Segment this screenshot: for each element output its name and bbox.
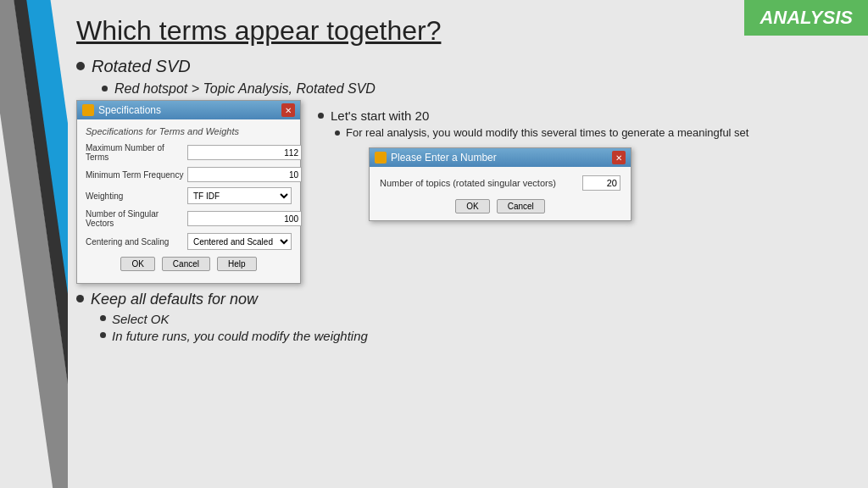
bullet-dot-select-ok — [100, 315, 106, 321]
number-input[interactable] — [582, 175, 620, 191]
right-text-area: Let's start with 20 For real analysis, y… — [318, 100, 843, 221]
bullet-future-runs: In future runs, you could modify the wei… — [100, 329, 843, 343]
field-min-freq: Minimum Term Frequency — [86, 167, 292, 182]
number-close-btn[interactable]: ✕ — [612, 151, 626, 164]
field-max-terms: Maximum Number of Terms — [86, 143, 292, 162]
number-footer: OK Cancel — [380, 199, 620, 214]
analysis-badge: ANALYSIS — [744, 0, 868, 36]
number-cancel-btn[interactable]: Cancel — [497, 199, 545, 214]
bullet-dot-1-1 — [102, 86, 108, 92]
number-label: Number of topics (rotated singular vecto… — [380, 178, 582, 188]
label-min-freq: Minimum Term Frequency — [86, 170, 187, 180]
field-centering: Centering and Scaling Centered and Scale… — [86, 233, 292, 250]
number-field: Number of topics (rotated singular vecto… — [380, 175, 620, 191]
field-weighting: Weighting TF IDF — [86, 187, 292, 204]
number-ok-btn[interactable]: OK — [455, 199, 489, 214]
specs-close-btn[interactable]: ✕ — [281, 103, 295, 117]
bullet-keep-defaults: Keep all defaults for now — [76, 291, 843, 308]
label-max-terms: Maximum Number of Terms — [86, 143, 187, 162]
bottom-bullets: Keep all defaults for now Select OK In f… — [76, 291, 843, 343]
two-col-layout: Specifications ✕ Specifications for Term… — [76, 100, 843, 284]
number-dialog-title: Please Enter a Number — [391, 152, 497, 164]
select-centering[interactable]: Centered and Scaled — [187, 233, 292, 250]
bullet-dot-1 — [76, 62, 85, 70]
specs-help-btn[interactable]: Help — [217, 257, 257, 271]
bullet-dot-future — [100, 332, 106, 338]
input-min-freq[interactable] — [187, 167, 302, 182]
specs-titlebar: Specifications ✕ — [77, 101, 300, 119]
bullet-label-select-ok: Select OK — [112, 312, 170, 326]
specs-ok-btn[interactable]: OK — [120, 257, 154, 271]
bullet-select-ok: Select OK — [100, 312, 843, 326]
specs-cancel-btn[interactable]: Cancel — [162, 257, 210, 271]
bullet-rotated-svd: Rotated SVD — [76, 57, 843, 76]
page-title: Which terms appear together? — [76, 15, 843, 47]
right-bullet-dot-1 — [318, 113, 324, 119]
number-dialog: Please Enter a Number ✕ Number of topics… — [369, 147, 632, 221]
specs-title: Specifications — [98, 104, 161, 116]
field-singular-vectors: Number of Singular Vectors — [86, 209, 292, 228]
input-singular-vectors[interactable] — [187, 211, 302, 226]
bullet-sub-hotspot: Red hotspot > Topic Analysis, Rotated SV… — [102, 81, 843, 97]
specifications-dialog: Specifications ✕ Specifications for Term… — [76, 100, 301, 284]
number-body: Number of topics (rotated singular vecto… — [370, 167, 631, 220]
main-content: Which terms appear together? Rotated SVD… — [59, 0, 868, 488]
input-max-terms[interactable] — [187, 145, 302, 160]
label-centering: Centering and Scaling — [86, 237, 187, 247]
right-bullet-1: Let's start with 20 — [318, 108, 843, 123]
right-sub-bullet-1: For real analysis, you would modify this… — [335, 126, 843, 139]
bullet-label-rotated-svd: Rotated SVD — [92, 57, 191, 76]
specs-icon — [82, 104, 94, 116]
number-dialog-icon — [375, 152, 387, 164]
decorative-bars — [0, 0, 68, 488]
number-titlebar: Please Enter a Number ✕ — [370, 148, 631, 167]
specs-footer: OK Cancel Help — [86, 257, 292, 276]
bullet-label-hotspot: Red hotspot > Topic Analysis, Rotated SV… — [114, 81, 376, 97]
right-sub-dot-1 — [335, 130, 340, 136]
right-bullet-label-1: Let's start with 20 — [331, 108, 429, 123]
label-singular-vectors: Number of Singular Vectors — [86, 209, 187, 228]
right-sub-label-1: For real analysis, you would modify this… — [346, 126, 748, 139]
select-weighting[interactable]: TF IDF — [187, 187, 292, 204]
bullet-label-keep: Keep all defaults for now — [91, 291, 258, 308]
specs-body: Specifications for Terms and Weights Max… — [77, 119, 300, 283]
bullet-label-future: In future runs, you could modify the wei… — [112, 329, 368, 343]
specs-section-title: Specifications for Terms and Weights — [86, 126, 292, 136]
bullet-dot-keep — [76, 295, 84, 302]
label-weighting: Weighting — [86, 191, 187, 201]
